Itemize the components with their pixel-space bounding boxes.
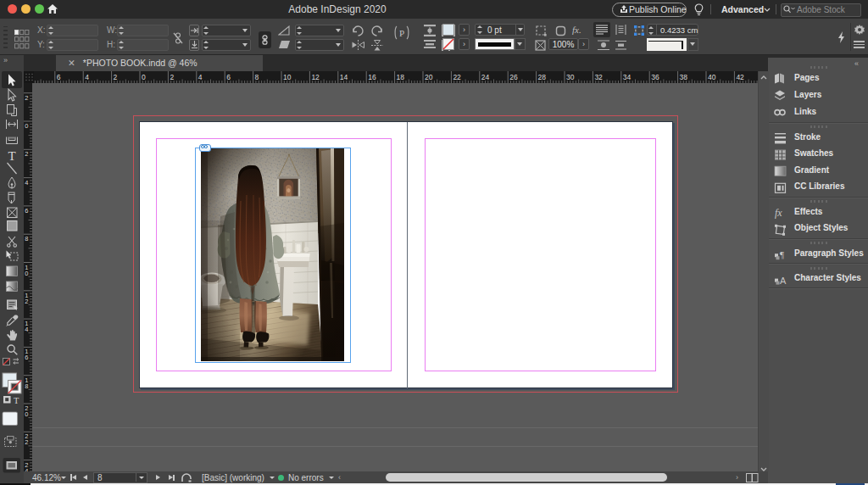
svg-text:T: T (14, 396, 19, 405)
svg-text:2: 2 (114, 73, 118, 81)
svg-text:2: 2 (25, 150, 28, 158)
svg-text:4: 4 (198, 73, 203, 81)
svg-text:12: 12 (311, 73, 320, 81)
svg-text:40: 40 (708, 73, 716, 81)
svg-text:8: 8 (25, 235, 28, 242)
svg-text:8: 8 (255, 73, 259, 81)
svg-text:2: 2 (25, 94, 28, 102)
svg-text:6: 6 (25, 207, 28, 215)
svg-text:8: 8 (25, 382, 28, 390)
svg-text:0: 0 (25, 270, 28, 277)
svg-text:32: 32 (594, 73, 603, 81)
svg-text:2: 2 (25, 438, 28, 446)
svg-text:4: 4 (85, 73, 89, 81)
svg-text:T: T (8, 149, 15, 163)
svg-text:6: 6 (25, 354, 28, 361)
svg-text:4: 4 (25, 179, 28, 187)
svg-text:22: 22 (453, 73, 461, 81)
svg-text:38: 38 (680, 73, 688, 81)
svg-text:30: 30 (566, 73, 575, 81)
svg-text:20: 20 (425, 73, 433, 81)
svg-text:28: 28 (538, 73, 547, 81)
svg-text:14: 14 (340, 73, 348, 81)
svg-text:2: 2 (25, 298, 28, 305)
svg-text:24: 24 (481, 73, 490, 81)
svg-text:A: A (780, 276, 787, 286)
svg-text:6: 6 (57, 73, 61, 81)
svg-text:P: P (399, 28, 404, 38)
svg-text:26: 26 (509, 73, 518, 81)
svg-text:fx: fx (775, 207, 782, 219)
svg-text:6: 6 (226, 73, 231, 81)
svg-text:18: 18 (397, 73, 405, 81)
svg-text:4: 4 (25, 326, 28, 333)
svg-text:34: 34 (623, 73, 632, 81)
svg-text:0: 0 (25, 410, 28, 418)
svg-text:¶: ¶ (780, 249, 784, 259)
svg-text:0: 0 (142, 73, 146, 81)
svg-text:10: 10 (283, 73, 292, 81)
svg-text:42: 42 (736, 73, 744, 81)
svg-text:16: 16 (368, 73, 376, 81)
svg-text:0: 0 (25, 122, 28, 130)
svg-text:2: 2 (170, 73, 174, 81)
svg-text:36: 36 (651, 73, 659, 81)
